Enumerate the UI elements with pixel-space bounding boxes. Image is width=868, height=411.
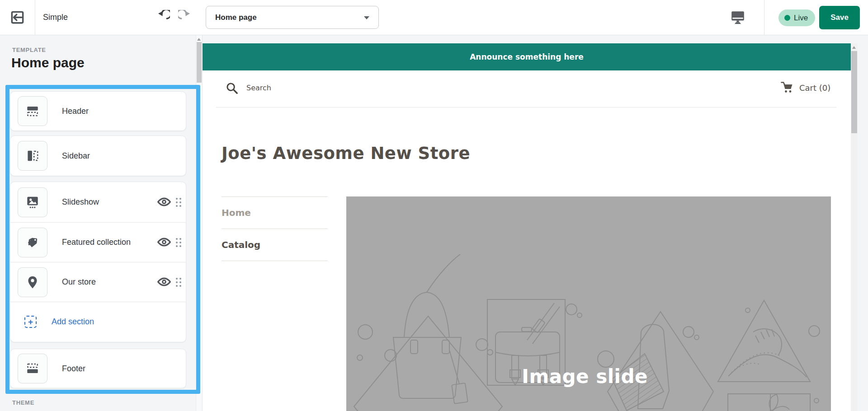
store-preview-frame: Announce something here Search — [203, 43, 858, 411]
sidebar-page-title: Home page — [11, 55, 85, 70]
slide-label: Image slide — [522, 365, 648, 388]
theme-editor-window: Simple Home page — [0, 0, 868, 411]
cart-label: Cart (0) — [799, 83, 830, 93]
section-label: Slideshow — [62, 197, 99, 207]
cart-icon — [779, 80, 795, 95]
toggle-visibility-eye-icon[interactable] — [156, 234, 172, 251]
add-section-button[interactable]: + Add section — [10, 302, 186, 341]
device-preview-button[interactable] — [729, 9, 747, 26]
announcement-bar[interactable]: Announce something here — [203, 43, 851, 70]
section-label: Our store — [62, 277, 96, 287]
top-toolbar: Simple Home page — [0, 0, 868, 35]
scrollbar-thumb[interactable] — [197, 42, 202, 83]
section-row-our-store[interactable]: Our store — [10, 262, 186, 302]
sections-sidebar: TEMPLATE Home page Header — [0, 35, 203, 411]
page-selector-dropdown[interactable]: Home page — [206, 6, 379, 29]
drag-handle[interactable] — [176, 198, 181, 207]
section-card-group: Slideshow — [10, 182, 186, 342]
redo-icon — [178, 10, 193, 25]
redo-button[interactable] — [178, 10, 193, 25]
nav-link-home[interactable]: Home — [222, 197, 328, 229]
scroll-up-arrow-icon[interactable] — [852, 46, 856, 49]
toggle-visibility-eye-icon[interactable] — [156, 194, 172, 210]
preview-top-gap — [203, 35, 868, 43]
store-title: Joe's Awesome New Store — [222, 144, 470, 163]
section-label: Featured collection — [62, 238, 131, 247]
section-label: Header — [62, 107, 89, 116]
section-card-sidebar[interactable]: Sidebar — [10, 135, 186, 176]
sidebar-section-icon — [18, 141, 47, 171]
exit-icon — [9, 9, 26, 26]
toolbar-divider — [764, 0, 764, 35]
preview-scrollbar[interactable] — [851, 43, 858, 411]
toggle-visibility-eye-icon[interactable] — [156, 274, 172, 290]
section-row-sidebar[interactable]: Sidebar — [10, 136, 186, 176]
map-pin-icon — [18, 267, 47, 297]
slideshow-section-icon — [18, 187, 47, 217]
add-section-icon: + — [24, 316, 37, 328]
search-icon[interactable] — [225, 81, 239, 97]
exit-editor-button[interactable] — [0, 0, 35, 35]
sidebar-scrollbar[interactable] — [196, 35, 202, 411]
featured-collection-icon — [18, 228, 47, 257]
section-row-featured-collection[interactable]: Featured collection — [10, 222, 186, 262]
section-label: Sidebar — [62, 151, 90, 161]
desktop-monitor-icon — [730, 9, 746, 25]
store-nav: Home Catalog — [222, 196, 328, 261]
nav-link-catalog[interactable]: Catalog — [222, 229, 328, 261]
chevron-down-icon — [364, 16, 369, 19]
scrollbar-thumb[interactable] — [851, 51, 857, 133]
theme-kicker: THEME — [12, 399, 34, 406]
drag-handle[interactable] — [176, 238, 181, 247]
section-row-header[interactable]: Header — [10, 92, 186, 131]
section-row-slideshow[interactable]: Slideshow — [10, 182, 186, 222]
undo-button[interactable] — [155, 10, 170, 25]
live-dot-icon — [784, 15, 790, 21]
section-label: Footer — [62, 364, 85, 374]
template-kicker: TEMPLATE — [12, 47, 46, 53]
header-section-icon — [18, 96, 47, 126]
footer-section-icon — [18, 354, 47, 383]
section-card-header[interactable]: Header — [10, 91, 186, 131]
store-header: Search Cart (0) — [203, 70, 851, 107]
theme-name: Simple — [43, 0, 68, 35]
scroll-up-arrow-icon[interactable] — [197, 38, 201, 41]
save-button[interactable]: Save — [819, 6, 860, 29]
slideshow-image-placeholder[interactable]: Image slide — [346, 196, 831, 411]
section-card-footer[interactable]: Footer — [10, 349, 186, 388]
nav-divider — [222, 261, 328, 261]
store-preview-pane: Announce something here Search — [203, 35, 868, 411]
header-divider — [216, 107, 836, 107]
add-section-label: Add section — [52, 317, 94, 327]
undo-icon — [155, 10, 170, 25]
cart-link[interactable]: Cart (0) — [779, 80, 830, 95]
live-status-badge: Live — [778, 9, 815, 26]
page-selector-value: Home page — [215, 13, 257, 22]
drag-handle[interactable] — [176, 278, 181, 287]
section-row-footer[interactable]: Footer — [10, 349, 186, 388]
live-label: Live — [794, 14, 808, 23]
search-link[interactable]: Search — [246, 84, 271, 92]
